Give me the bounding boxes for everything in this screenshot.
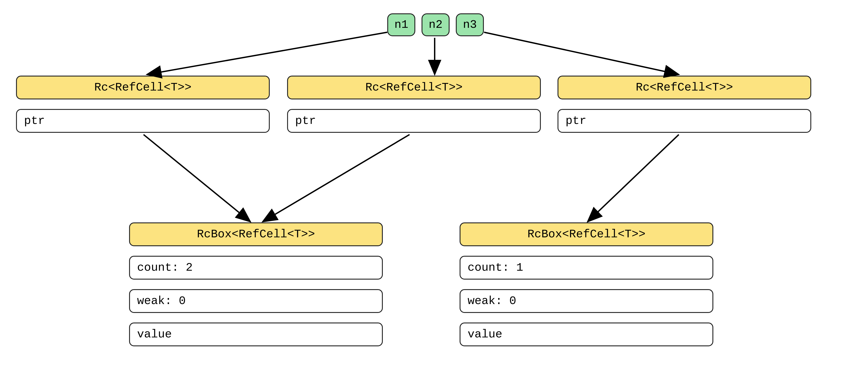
svg-line-5	[262, 135, 409, 222]
rcbox-header-right: RcBox<RefCell<T>>	[460, 222, 713, 246]
rcbox-weak-right: weak: 0	[460, 289, 713, 313]
rcbox-header-left: RcBox<RefCell<T>>	[129, 222, 383, 246]
rcbox-weak-left: weak: 0	[129, 289, 383, 313]
rc-header-middle: Rc<RefCell<T>>	[287, 76, 541, 99]
rcbox-value-left: value	[129, 322, 383, 346]
rc-ptr-middle: ptr	[287, 109, 541, 133]
node-n2: n2	[422, 13, 450, 36]
svg-line-4	[144, 135, 250, 222]
rc-ptr-right: ptr	[558, 109, 811, 133]
node-n1: n1	[387, 13, 415, 36]
node-n3: n3	[456, 13, 484, 36]
svg-line-1	[147, 32, 387, 74]
rc-header-right: Rc<RefCell<T>>	[558, 76, 811, 99]
svg-line-3	[484, 32, 679, 74]
rc-header-left: Rc<RefCell<T>>	[16, 76, 270, 99]
diagram-arrows	[0, 0, 868, 379]
rc-ptr-left: ptr	[16, 109, 270, 133]
rcbox-count-left: count: 2	[129, 256, 383, 280]
rcbox-value-right: value	[460, 322, 713, 346]
rcbox-count-right: count: 1	[460, 256, 713, 280]
svg-line-6	[588, 135, 679, 222]
